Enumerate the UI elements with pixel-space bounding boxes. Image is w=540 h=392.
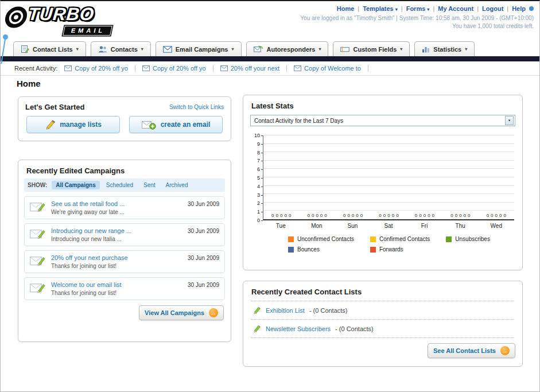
chart-gridline — [263, 168, 514, 169]
envelope-icon — [220, 65, 228, 71]
recent-activity-item[interactable]: Copy of 20% off yo — [64, 65, 135, 72]
tab-contacts[interactable]: Contacts▾ — [91, 41, 151, 56]
main-content: Home Let's Get Started Switch to Quick L… — [1, 76, 539, 391]
recent-activity-item[interactable]: Copy of Welcome to — [294, 65, 368, 72]
campaign-title-link[interactable]: Introducing our new range ... — [51, 227, 182, 234]
legend-label: Forwards — [379, 246, 403, 253]
nav-link-templates[interactable]: Templates ▾ — [363, 5, 398, 12]
legend-swatch — [288, 247, 294, 253]
campaign-text: Introducing our new range ... Introducin… — [51, 227, 182, 242]
manage-lists-button[interactable]: manage lists — [26, 116, 120, 133]
selected-option: Contact Activity for the Last 7 Days — [254, 118, 343, 124]
recent-activity-bar: Recent Activity: Copy of 20% off yo Copy… — [1, 61, 539, 76]
campaign-date: 30 Jun 2009 — [188, 201, 219, 207]
tab-autoresponders[interactable]: Autoresponders▾ — [246, 41, 329, 56]
pencil-icon — [45, 120, 55, 130]
separator: | — [507, 5, 508, 12]
campaign-edit-icon — [30, 255, 45, 266]
tab-contact-lists[interactable]: Contact Lists▾ — [13, 41, 86, 56]
contact-list-link[interactable]: Exhibition List — [266, 307, 305, 314]
contact-list: Exhibition List - (0 Contacts) Newslette… — [251, 301, 514, 338]
chart-x-label: Wed — [478, 223, 514, 229]
view-all-campaigns-button[interactable]: View All Campaigns → — [139, 305, 224, 320]
chart-x-label: Fri — [406, 223, 442, 229]
chart-area: 109876543210 000000000000000000000000000… — [250, 135, 514, 220]
chart-y-tick-label: 5 — [257, 175, 263, 181]
switch-quick-links-link[interactable]: Switch to Quick Links — [169, 104, 224, 110]
chart-value-labels: 00000 — [479, 213, 514, 218]
recent-activity-label: Recent Activity: — [14, 65, 57, 72]
chart-y-tick-label: 3 — [257, 192, 263, 198]
envelope-icon — [142, 65, 150, 71]
legend-item: Confirmed Contacts — [370, 236, 430, 242]
create-email-button[interactable]: create an email — [129, 116, 223, 133]
recent-activity-item[interactable]: 20% off your next — [220, 65, 287, 72]
chevron-down-icon: ▾ — [318, 46, 321, 52]
nav-link-logout[interactable]: Logout — [482, 5, 503, 12]
chart-value-labels: 00000 — [299, 213, 335, 218]
get-started-buttons: manage lists create an email — [18, 116, 231, 133]
logo-turbo-text: TURBO — [27, 4, 112, 25]
legend-item: Forwards — [370, 246, 430, 253]
nav-link-help[interactable]: Help — [512, 5, 526, 12]
campaigns-title: Recently Edited Campaigns — [18, 160, 231, 178]
credits-text: You have 1,000 total credits left. — [300, 23, 534, 29]
campaign-title-link[interactable]: Welcome to our email list — [51, 281, 182, 288]
legend-label: Unsubscribes — [455, 236, 490, 242]
contact-list-row: Newsletter Subscribers - (0 Contacts) — [251, 320, 514, 338]
filter-sent[interactable]: Sent — [139, 181, 160, 189]
nav-link-home[interactable]: Home — [337, 5, 355, 12]
contact-lists-title: Recently Created Contact Lists — [243, 281, 522, 300]
see-all-contact-lists-button[interactable]: See All Contact Lists → — [428, 343, 515, 358]
separator: | — [477, 5, 479, 12]
nav-link-forms[interactable]: Forms ▾ — [406, 5, 430, 12]
tab-custom-fields[interactable]: Custom Fields▾ — [333, 41, 410, 56]
chart-value-labels: 00000 — [335, 213, 371, 218]
chevron-down-icon: ▾ — [76, 46, 79, 52]
campaigns-footer: View All Campaigns → — [18, 300, 231, 325]
stats-title: Latest Stats — [243, 95, 522, 114]
statistics-icon — [422, 45, 430, 53]
campaign-title-link[interactable]: 20% off your next purchase — [51, 254, 182, 261]
contact-list-link[interactable]: Newsletter Subscribers — [266, 325, 331, 332]
contact-lists-icon — [21, 45, 29, 53]
nav-link-my-account[interactable]: My Account — [438, 5, 473, 12]
campaign-title-link[interactable]: See us at the retail food ... — [51, 200, 182, 207]
chart-x-axis: TueMonSunSatFriThuWed — [263, 220, 514, 229]
turbo-email-logo: TURBO EMAIL — [4, 3, 147, 37]
filter-scheduled[interactable]: Scheduled — [102, 181, 137, 189]
envelope-plus-icon — [142, 120, 156, 130]
contact-lists-footer: See All Contact Lists → — [243, 338, 522, 363]
filter-archived[interactable]: Archived — [162, 181, 192, 189]
logo-email-text: EMAIL — [63, 26, 112, 36]
chevron-down-icon: ▾ — [465, 46, 467, 52]
nav-tabs: Contact Lists▾ Contacts▾ Email Campaigns… — [13, 41, 475, 56]
contact-list-count: - (0 Contacts) — [309, 307, 348, 314]
get-started-header: Let's Get Started Switch to Quick Links — [18, 97, 231, 116]
chart-legend: Unconfirmed ContactsConfirmed ContactsUn… — [288, 236, 514, 253]
campaign-text: 20% off your next purchase Thanks for jo… — [51, 254, 182, 269]
chart-gridline — [263, 160, 514, 161]
autoresponders-icon — [254, 45, 263, 53]
campaign-row: Welcome to our email list Thanks for joi… — [24, 277, 225, 300]
campaign-subtitle: Introducing our new Italia ... — [51, 236, 182, 242]
tab-statistics[interactable]: Statistics▾ — [414, 41, 475, 56]
chart-y-tick-label: 4 — [257, 184, 263, 189]
stats-period-select[interactable]: Contact Activity for the Last 7 Days ▾ — [250, 115, 515, 126]
recent-activity-item[interactable]: Copy of 20% off yo — [142, 65, 213, 72]
pencil-icon — [252, 324, 261, 333]
arrow-right-icon: → — [500, 346, 510, 355]
chart-y-tick-label: 6 — [257, 166, 263, 172]
header: TURBO EMAIL Home | Templates ▾ | Forms ▾… — [1, 1, 539, 39]
header-right: Home | Templates ▾ | Forms ▾ | My Accoun… — [300, 5, 534, 29]
filter-all-campaigns[interactable]: All Campaigns — [52, 181, 99, 189]
logo-text: TURBO EMAIL — [28, 4, 111, 36]
arrow-right-icon: → — [209, 308, 218, 317]
contact-activity-chart: 109876543210 000000000000000000000000000… — [243, 126, 522, 253]
campaign-row: See us at the retail food ... We're givi… — [24, 196, 225, 219]
legend-item: Unconfirmed Contacts — [288, 236, 354, 242]
show-label: SHOW: — [28, 182, 47, 188]
tab-email-campaigns[interactable]: Email Campaigns▾ — [156, 41, 242, 56]
chart-value-labels: 00000 — [407, 213, 442, 218]
campaign-subtitle: We're giving away our late ... — [51, 209, 182, 215]
